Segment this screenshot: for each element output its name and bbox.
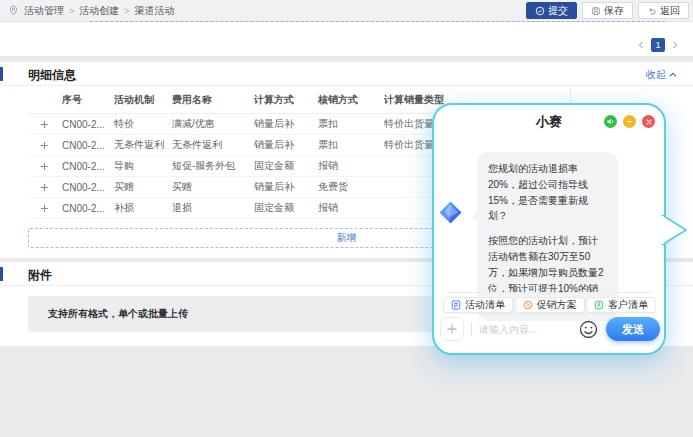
assistant-message: 您规划的活动退损率20%，超过公司指导线15%，是否需要重新规划？ [488, 161, 607, 224]
row-verify-method: 报销 [318, 159, 384, 173]
customer-icon [594, 300, 604, 310]
submit-label: 提交 [548, 4, 568, 18]
attach-plus-button[interactable] [440, 317, 464, 341]
quick-action-activity-list[interactable]: 活动清单 [443, 297, 513, 313]
assistant-message-bubble: 您规划的活动退损率20%，超过公司指导线15%，是否需要重新规划？ 按照您的活动… [477, 152, 618, 321]
row-calc-method: 销量后补 [254, 180, 318, 194]
section-accent-bar [0, 67, 3, 81]
back-label: 返回 [660, 4, 680, 18]
breadcrumb-item-channel-activity: 渠道活动 [135, 4, 175, 18]
input-divider [471, 322, 472, 336]
expand-row-button[interactable] [38, 118, 50, 130]
quick-action-promo-plan[interactable]: 促销方案 [515, 297, 585, 313]
expand-row-button[interactable] [38, 139, 50, 151]
submit-button[interactable]: 提交 [526, 2, 577, 19]
check-circle-icon [535, 6, 545, 16]
send-button[interactable]: 发送 [606, 317, 660, 341]
row-mechanism: 特价 [114, 117, 172, 131]
smiley-icon [579, 320, 598, 339]
close-icon [645, 118, 653, 126]
assistant-chat-panel: 小赛 [432, 103, 666, 355]
attachment-section-title: 附件 [28, 267, 52, 284]
breadcrumb-separator: > [69, 6, 74, 16]
plus-icon [446, 323, 458, 335]
breadcrumb: 活动管理 > 活动创建 > 渠道活动 [8, 4, 175, 18]
col-mechanism: 活动机制 [114, 93, 172, 107]
row-mechanism: 补损 [114, 201, 172, 215]
row-seq: CN00-2... [62, 140, 114, 151]
row-seq: CN00-2... [62, 119, 114, 130]
col-seq: 序号 [62, 93, 114, 107]
minimize-button[interactable] [623, 115, 636, 128]
prev-page-icon[interactable] [637, 41, 645, 49]
row-calc-method: 固定金额 [254, 159, 318, 173]
chat-header: 小赛 [434, 105, 664, 137]
quick-action-label: 促销方案 [537, 298, 577, 312]
row-calc-method: 固定金额 [254, 201, 318, 215]
chat-input-row: 发送 [440, 316, 660, 342]
quick-action-label: 客户清单 [608, 298, 648, 312]
collapse-toggle[interactable]: 收起 [646, 68, 677, 82]
speaker-icon [606, 117, 615, 126]
minus-icon [625, 117, 634, 126]
breadcrumb-item-activity-create[interactable]: 活动创建 [79, 4, 119, 18]
breadcrumb-item-activity-mgmt[interactable]: 活动管理 [24, 4, 64, 18]
pagination: 1 [637, 38, 679, 52]
topbar: 活动管理 > 活动创建 > 渠道活动 提交 保存 [0, 0, 693, 22]
section-accent-bar [0, 267, 3, 281]
row-mechanism: 导购 [114, 159, 172, 173]
promo-icon [523, 300, 533, 310]
topbar-actions: 提交 保存 返回 [526, 2, 689, 19]
document-icon [451, 300, 461, 310]
next-page-icon[interactable] [671, 41, 679, 49]
collapse-label: 收起 [646, 68, 666, 82]
row-calc-method: 销量后补 [254, 138, 318, 152]
detail-section-title: 明细信息 [28, 67, 76, 84]
close-button[interactable] [642, 115, 655, 128]
col-verify-method: 核销方式 [318, 93, 384, 107]
panel-tail-pointer [662, 213, 690, 247]
breadcrumb-separator: > [124, 6, 129, 16]
row-mechanism: 买赠 [114, 180, 172, 194]
bubble-tail [472, 212, 478, 222]
expand-row-button[interactable] [38, 181, 50, 193]
row-verify-method: 报销 [318, 201, 384, 215]
row-fee-name: 退损 [172, 201, 254, 215]
expand-row-button[interactable] [38, 160, 50, 172]
upload-hint-text: 支持所有格式，单个或批量上传 [48, 307, 188, 321]
col-calc-method: 计算方式 [254, 93, 318, 107]
emoji-button[interactable] [579, 320, 598, 339]
row-fee-name: 满减/优惠 [172, 117, 254, 131]
row-verify-method: 免费货 [318, 180, 384, 194]
app-screen: 活动管理 > 活动创建 > 渠道活动 提交 保存 [0, 0, 693, 437]
row-mechanism: 无条件返利 [114, 138, 172, 152]
row-calc-method: 销量后补 [254, 117, 318, 131]
chat-divider [447, 292, 653, 293]
quick-action-label: 活动清单 [465, 298, 505, 312]
back-button[interactable]: 返回 [638, 2, 689, 19]
chat-message-input[interactable] [479, 324, 575, 335]
save-label: 保存 [604, 4, 624, 18]
assistant-avatar [438, 200, 463, 225]
current-page-button[interactable]: 1 [651, 38, 665, 52]
col-fee-name: 费用名称 [172, 93, 254, 107]
row-seq: CN00-2... [62, 161, 114, 172]
row-seq: CN00-2... [62, 203, 114, 214]
window-controls [604, 115, 655, 128]
save-icon [591, 6, 601, 16]
row-fee-name: 短促-服务外包 [172, 159, 254, 173]
row-fee-name: 无条件返利 [172, 138, 254, 152]
location-pin-icon [8, 5, 19, 16]
undo-arrow-icon [647, 6, 657, 16]
row-fee-name: 买赠 [172, 180, 254, 194]
sound-button[interactable] [604, 115, 617, 128]
dashed-divider [90, 21, 665, 22]
save-button[interactable]: 保存 [582, 2, 633, 19]
row-verify-method: 票扣 [318, 138, 384, 152]
detail-section-header: 明细信息 收起 [0, 62, 693, 86]
row-seq: CN00-2... [62, 182, 114, 193]
quick-action-customer-list[interactable]: 客户清单 [586, 297, 656, 313]
expand-row-button[interactable] [38, 202, 50, 214]
row-verify-method: 票扣 [318, 117, 384, 131]
quick-actions: 活动清单 促销方案 客户清单 [443, 297, 656, 313]
